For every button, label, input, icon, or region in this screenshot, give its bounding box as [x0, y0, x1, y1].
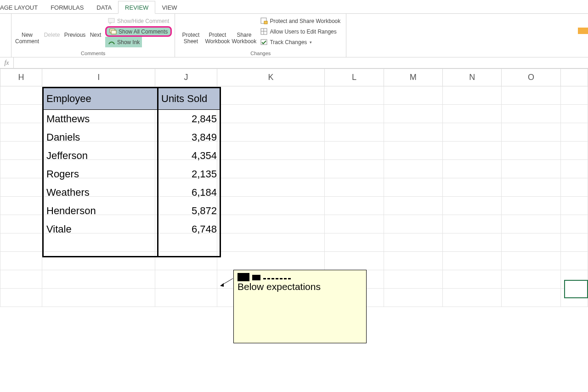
col-header[interactable]: J	[155, 69, 217, 86]
cell-name[interactable]: Rogers	[43, 165, 158, 183]
partial-button[interactable]: x	[0, 15, 8, 39]
svg-rect-7	[108, 18, 114, 23]
svg-rect-28	[261, 40, 267, 45]
group-label-comments: Comments	[14, 51, 172, 57]
fx-icon[interactable]: fx	[0, 57, 14, 68]
show-ink-button[interactable]: Show Ink	[105, 37, 142, 47]
allow-users-edit-button[interactable]: Allow Users to Edit Ranges	[258, 26, 343, 37]
protect-sheet-button[interactable]: Protect Sheet	[178, 15, 204, 45]
col-header[interactable]	[560, 69, 588, 86]
tab-page-layout[interactable]: AGE LAYOUT	[0, 1, 44, 13]
col-header[interactable]: N	[442, 69, 501, 86]
spreadsheet-grid[interactable]: H I J K L M N O Employee Units Sold	[0, 68, 588, 307]
header-units[interactable]: Units Sold	[158, 88, 220, 110]
track-changes-label: Track Changes	[270, 39, 307, 45]
formula-bar: fx	[0, 57, 588, 68]
delete-comment-button[interactable]: Delete	[41, 15, 63, 39]
formula-input[interactable]	[14, 57, 588, 68]
protect-workbook-label: Protect Workbook	[204, 32, 230, 45]
cell-name[interactable]: Daniels	[43, 128, 158, 147]
ribbon-tabs: AGE LAYOUT FORMULAS DATA REVIEW VIEW	[0, 0, 588, 14]
tab-view[interactable]: VIEW	[155, 1, 183, 13]
svg-rect-24	[264, 21, 267, 24]
new-comment-label: New Comment	[14, 32, 40, 45]
comment-icon	[108, 17, 115, 25]
previous-label: Previous	[64, 32, 86, 39]
cell-units[interactable]: 4,354	[158, 147, 220, 165]
cell-units[interactable]: 2,845	[158, 110, 220, 128]
cell-units[interactable]: 3,849	[158, 128, 220, 147]
comment-pointer-icon	[220, 278, 234, 287]
col-header[interactable]: M	[384, 69, 442, 86]
share-workbook-label: Share Workbook	[231, 32, 257, 45]
share-workbook-button[interactable]: Share Workbook	[231, 15, 257, 45]
col-header[interactable]: I	[42, 69, 155, 86]
protect-workbook-button[interactable]: Protect Workbook	[204, 15, 230, 45]
show-all-comments-button[interactable]: Show All Comments	[105, 26, 172, 37]
cell-units[interactable]: 6,184	[158, 183, 220, 202]
ink-icon	[108, 39, 115, 46]
cell-name[interactable]: Jefferson	[43, 147, 158, 165]
protect-share-icon	[260, 17, 268, 25]
allow-users-icon	[260, 28, 268, 35]
cell-name[interactable]: Weathers	[43, 183, 158, 202]
cell-name[interactable]: Matthews	[43, 110, 158, 128]
new-comment-button[interactable]: New Comment	[14, 15, 40, 45]
show-hide-label: Show/Hide Comment	[117, 18, 169, 24]
tab-review[interactable]: REVIEW	[118, 1, 155, 14]
cell-name[interactable]: Vitale	[43, 220, 158, 239]
previous-comment-button[interactable]: Previous	[64, 15, 86, 39]
comment-author	[237, 273, 362, 281]
show-all-label: Show All Comments	[119, 28, 168, 35]
cell-name[interactable]: Henderson	[43, 202, 158, 220]
svg-marker-30	[220, 283, 224, 287]
track-changes-icon	[260, 39, 268, 46]
ribbon-collapse-handle[interactable]	[578, 28, 588, 34]
col-header[interactable]: L	[325, 69, 384, 86]
group-label-changes: Changes	[178, 51, 343, 57]
delete-label: Delete	[44, 32, 60, 39]
cell-units[interactable]: 2,135	[158, 165, 220, 183]
tab-data[interactable]: DATA	[90, 1, 118, 13]
track-changes-button[interactable]: Track Changes	[258, 37, 343, 47]
cell-empty[interactable]	[158, 239, 220, 257]
svg-marker-8	[110, 23, 112, 24]
col-header[interactable]: K	[217, 69, 325, 86]
cell-comment[interactable]: Below expectations	[233, 270, 367, 343]
protect-share-label: Protect and Share Workbook	[270, 18, 340, 24]
next-comment-button[interactable]: Next	[87, 15, 104, 39]
cell-units[interactable]: 5,872	[158, 202, 220, 220]
employee-table: Employee Units Sold Matthews2,845 Daniel…	[42, 87, 221, 257]
col-header[interactable]: O	[502, 69, 560, 86]
show-ink-label: Show Ink	[117, 39, 140, 45]
show-hide-comment-button[interactable]: Show/Hide Comment	[105, 16, 172, 26]
active-cell[interactable]	[564, 280, 588, 298]
svg-rect-10	[111, 30, 116, 34]
group-changes: Protect Sheet Protect Workbook Share Wor…	[175, 14, 346, 57]
group-comments: New Comment Delete Previous Next	[11, 14, 175, 57]
ribbon: x New Comment Delete	[0, 14, 588, 57]
cell-empty[interactable]	[43, 239, 158, 257]
comments-icon	[109, 28, 117, 35]
allow-users-label: Allow Users to Edit Ranges	[270, 28, 336, 35]
protect-sheet-label: Protect Sheet	[178, 32, 204, 45]
tab-formulas[interactable]: FORMULAS	[44, 1, 90, 13]
next-label: Next	[90, 32, 102, 39]
comment-text: Below expectations	[237, 281, 362, 292]
cell-units[interactable]: 6,748	[158, 220, 220, 239]
header-employee[interactable]: Employee	[43, 88, 158, 110]
col-header[interactable]: H	[0, 69, 42, 86]
protect-share-workbook-button[interactable]: Protect and Share Workbook	[258, 16, 343, 26]
